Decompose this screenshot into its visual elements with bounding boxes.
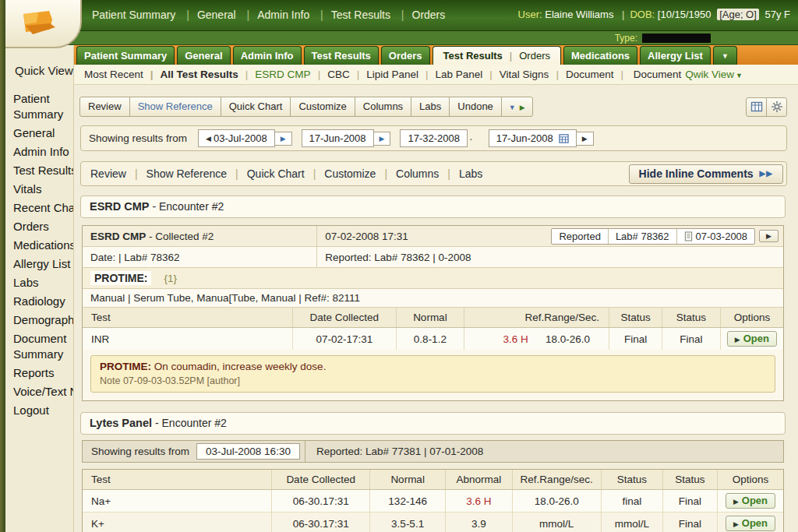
open-button[interactable]: ▶Open (726, 516, 775, 531)
sub-header: Type: (0, 31, 798, 45)
header-nav-admin-info[interactable]: Admin Info (239, 9, 310, 21)
sidebar-item-vitals[interactable]: Vitals (5, 180, 73, 199)
col-status-2: Status (662, 470, 717, 490)
date-from-next-button[interactable]: ▶ (274, 132, 292, 146)
subnav-lipid-panel[interactable]: Lipid Panel (350, 69, 418, 80)
open-button[interactable]: ▶Open (726, 493, 775, 509)
date-mid-next-button[interactable]: ▶ (373, 132, 391, 146)
date-to-next-button[interactable]: ▶ (576, 132, 594, 146)
columns-link[interactable]: Columns (376, 167, 439, 180)
sidebar-item-allergy-list[interactable]: Allergy List (5, 255, 73, 273)
sidebar-item-admin-info[interactable]: Admin Info (5, 143, 73, 161)
lytes-section-header: Lytes Panel - Encounter #2 (80, 412, 786, 435)
tab-active-test-results-orders[interactable]: Test ResultsOrders (433, 46, 561, 65)
lytes-info-date[interactable]: 03-Jul-2008 16:30 (196, 443, 300, 460)
main-area: Patient Summary General Admin Info Test … (74, 44, 798, 532)
esrd-collected-name: ESRD CMP (90, 231, 146, 242)
sidebar-item-voice-text-notes[interactable]: Voice/Text N (5, 382, 73, 401)
date-to-field[interactable]: 17-Jun-2008 (489, 129, 577, 147)
review-button[interactable]: Review (79, 97, 130, 117)
subnav-most-recent[interactable]: Most Recent (84, 69, 143, 80)
active-tab-secondary-label[interactable]: Orders (503, 50, 550, 62)
k-status-1: mmol/L (601, 513, 662, 532)
subnav-vital-signs[interactable]: Vital Signs (482, 69, 549, 80)
customize-button[interactable]: Customize (290, 97, 355, 117)
dob-value: [10/15/1950 (658, 9, 711, 20)
subnav-lab-panel[interactable]: Lab Panel (418, 69, 482, 80)
date-mid-field[interactable]: 17-Jun-2008 (302, 129, 374, 147)
age-badge: [Age; O] (717, 9, 759, 20)
hide-inline-comments-button[interactable]: Hide Inline Comments ▶▶ (629, 164, 783, 184)
header-nav-orders[interactable]: Orders (394, 9, 445, 21)
sidebar-item-logout[interactable]: Logout (5, 401, 73, 420)
sidebar-item-test-results[interactable]: Test Results (5, 161, 73, 180)
undone-button[interactable]: Undone (449, 97, 502, 117)
header-nav-test-results[interactable]: Test Results (312, 9, 390, 21)
quick-chart-button[interactable]: Quick Chart (221, 97, 291, 117)
show-reference-button[interactable]: Show Reference (129, 97, 221, 117)
date-range-label: Showing results from (89, 132, 187, 144)
calendar-icon[interactable] (559, 133, 569, 143)
reported-chip[interactable]: Reported (552, 229, 607, 244)
esrd-date-lab: Date: | Lab# 78362 (83, 247, 317, 267)
sidebar-item-demographics[interactable]: Demographi (5, 311, 73, 329)
tab-medications[interactable]: Medications (563, 46, 637, 65)
tab-orders[interactable]: Orders (381, 46, 430, 65)
col-status-1: Status (609, 308, 662, 328)
k-normal: 3.5-5.1 (370, 513, 446, 532)
header-nav-general[interactable]: General (178, 9, 235, 21)
tab-general[interactable]: General (177, 46, 230, 65)
more-actions-button[interactable]: ▼▶ (501, 97, 533, 117)
lytes-section-title: Lytes Panel (90, 417, 152, 429)
subnav-esrd-cmp[interactable]: ESRD CMP (238, 69, 311, 80)
comment-text: On coumadin, increase weekly dose. (154, 361, 327, 372)
k-ref: mmol/L (512, 513, 601, 532)
tab-admin-info[interactable]: Admin Info (233, 46, 302, 65)
settings-button[interactable] (766, 97, 787, 117)
date-from-field[interactable]: ◀ 03-Jul-2008 (198, 129, 275, 147)
sidebar-item-recent-charts[interactable]: Recent Char (5, 199, 73, 217)
tab-test-results[interactable]: Test Results (304, 46, 379, 65)
customize-link[interactable]: Customize (305, 167, 376, 180)
reported-date-chip[interactable]: 07-03-2008 (676, 229, 755, 244)
col-ref-range: Ref.Range/Sec. (464, 308, 609, 328)
comment-title: PROTIME: (100, 361, 151, 372)
date-input-field[interactable]: 17-32-2008 (400, 129, 468, 147)
show-reference-link[interactable]: Show Reference (126, 167, 227, 180)
sidebar-item-general[interactable]: General (5, 124, 73, 143)
sidebar-item-document-summary[interactable]: Document Summary (5, 329, 73, 364)
labs-link[interactable]: Labs (439, 167, 482, 180)
grid-view-button[interactable] (746, 97, 767, 117)
open-button[interactable]: ▶Open (727, 331, 777, 347)
na-ref: 18.0-26.0 (512, 490, 601, 513)
k-status-2: Final (662, 513, 717, 532)
tab-allergy-list[interactable]: Allergy List (640, 46, 711, 65)
review-link[interactable]: Review (90, 167, 126, 180)
subnav-document[interactable]: Document (549, 69, 613, 80)
quick-chart-link[interactable]: Quick Chart (227, 167, 305, 180)
chevron-right-icon: ▶ (733, 498, 739, 506)
tab-overflow-dropdown[interactable]: ▼ (713, 46, 737, 65)
sidebar-item-radiology[interactable]: Radiology (5, 292, 73, 311)
col-normal: Normal (396, 308, 464, 328)
header-nav-patient-summary[interactable]: Patient Summary (92, 9, 175, 21)
inr-abnormal-value: 3.6 H (503, 333, 528, 345)
esrd-reported-line: Reported: Lab# 78362 | 0-2008 (317, 249, 783, 266)
labs-button[interactable]: Labs (411, 97, 450, 117)
lytes-table-header-row: Test Date Collected Normal Abnormal Ref.… (83, 470, 783, 490)
sidebar-item-labs[interactable]: Labs (5, 273, 73, 292)
na-status-1: final (601, 490, 662, 513)
columns-button[interactable]: Columns (355, 97, 411, 117)
subnav-document-qwik-view[interactable]: DocumentQwik View▼ (613, 69, 743, 80)
sidebar-item-medications[interactable]: Medications (5, 236, 73, 255)
inr-test: INR (83, 328, 292, 351)
subnav-all-test-results[interactable]: All Test Results (143, 69, 238, 80)
sidebar-item-reports[interactable]: Reports (5, 364, 73, 382)
sidebar-item-orders[interactable]: Orders (5, 217, 73, 236)
sidebar-item-patient-summary[interactable]: Patient Summary (5, 90, 73, 124)
subnav-cbc[interactable]: CBC (311, 69, 350, 80)
lab-number-chip[interactable]: Lab# 78362 (608, 229, 676, 244)
reported-next-button[interactable]: ▶ (759, 230, 779, 242)
tab-patient-summary[interactable]: Patient Summary (76, 46, 175, 65)
date-range-bar: Showing results from ◀ 03-Jul-2008 ▶ 17-… (80, 125, 787, 151)
